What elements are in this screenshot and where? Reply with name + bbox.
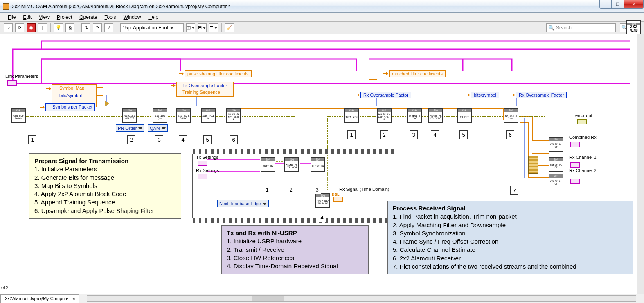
subvi-const-plot-2[interactable]: SDRCONST PLOT xyxy=(549,157,563,172)
retain-button[interactable]: ⎘ xyxy=(65,23,74,32)
toolbar-sep xyxy=(50,23,51,32)
enum-qam[interactable]: QAM xyxy=(148,124,168,132)
toolbar: ▷ ⟳ ◉ ‖ 💡 ⎘ ↴ ↷ ↗ 15pt Application Font … xyxy=(0,22,644,34)
unbundle-tx-over[interactable]: Tx Oversample Factor Training Sequence xyxy=(176,82,234,97)
subvi-qam-mod[interactable]: SDR0101101 QAM xyxy=(153,108,167,123)
close-button[interactable]: ✕ xyxy=(624,0,644,9)
label-bits-symbol: bits/symbol xyxy=(59,93,82,98)
step-box-tx-5: 5 xyxy=(203,135,212,144)
label-rx-signal: Rx Signal (Time Domain) xyxy=(339,187,389,192)
font-selector[interactable]: 15pt Application Font xyxy=(120,23,184,32)
step-box-tx-3: 3 xyxy=(155,135,163,144)
subvi-galois[interactable]: SDR0101101 GALOIS xyxy=(122,108,137,123)
toolbar-sep xyxy=(221,23,222,32)
subvi-const-plot-1[interactable]: SDRCONST PLOT xyxy=(549,137,563,152)
legend-rx-item: 4. Frame Sync / Freq Offset Correction xyxy=(393,237,628,246)
run-button[interactable]: ▷ xyxy=(4,23,13,32)
step-box-rx-5: 5 xyxy=(459,130,468,139)
menu-view[interactable]: View xyxy=(36,14,53,21)
legend-rx: Process Received Signal 1. Find Packet i… xyxy=(387,201,633,274)
scrollbar-thumb[interactable] xyxy=(252,296,284,301)
subvi-add-train[interactable]: SDRADD TRAIN xyxy=(201,108,216,123)
subvi-pulse-shape[interactable]: SDRPULSE SHAPE SCALE xyxy=(226,108,241,123)
legend-rx-title: Process Received Signal xyxy=(393,204,628,213)
distribute-button[interactable]: ⊞ xyxy=(198,23,207,32)
label-rx-over-2: Rx Oversample Factor xyxy=(516,92,567,98)
subvi-tx-alamouti[interactable]: SDR2x2 TX LOUMAT xyxy=(176,108,191,123)
subvi-close-hw[interactable]: SDRCLOSE HW xyxy=(311,157,325,172)
subvi-pulse-shape-rx[interactable]: SDRPULSE SHAPE SCALE xyxy=(377,108,392,123)
step-into-button[interactable]: ↴ xyxy=(81,23,90,32)
legend-hw-item: 3. Close HW References xyxy=(227,254,363,262)
legend-hw: Tx and Rx with NI-USRP 1. Initialize USR… xyxy=(221,225,369,274)
legend-tx-item: 1. Initialize Parameters xyxy=(34,165,176,173)
terminal-error-out[interactable] xyxy=(577,119,587,124)
arrow-icon xyxy=(465,93,469,97)
abort-button[interactable]: ◉ xyxy=(27,23,36,32)
terminal-rx-ch2[interactable] xyxy=(570,179,580,184)
menu-operate[interactable]: Operate xyxy=(76,14,100,21)
terminal-rx-signal[interactable] xyxy=(333,197,343,202)
step-out-button[interactable]: ↗ xyxy=(104,23,113,32)
reorder-button[interactable]: ≣ xyxy=(209,23,218,32)
block-diagram-canvas[interactable]: Link Parameters Symbol Map bits/symbol S… xyxy=(0,34,644,294)
subvi-rx-alamouti[interactable]: SDRRX 2x2 Alam. xyxy=(504,108,518,123)
subvi-gen-mod-param[interactable]: SDRGEN MOD PARAM xyxy=(11,108,26,123)
menu-file[interactable]: File xyxy=(5,14,19,21)
font-label: 15pt Application Font xyxy=(122,25,168,31)
project-tab-label: 2x2Alamouti.lvproj/My Computer xyxy=(5,296,70,301)
cleanup-button[interactable]: 🧹 xyxy=(225,23,234,32)
terminal-tx-settings[interactable] xyxy=(198,161,207,166)
vi-icon[interactable]: SDR 2X2 MIMO xyxy=(626,20,641,35)
highlight-button[interactable]: 💡 xyxy=(54,23,63,32)
horizontal-scrollbar[interactable] xyxy=(87,295,636,302)
subvi-const-plot-3[interactable]: SDRCONST PLOT xyxy=(549,174,563,188)
search-input[interactable]: 🔍 Search xyxy=(546,23,616,32)
enum-timebase[interactable]: Next Timebase Edge xyxy=(217,200,269,207)
menu-window[interactable]: Window xyxy=(120,14,144,21)
step-box-hw-3: 3 xyxy=(313,185,321,194)
multiply-node[interactable] xyxy=(105,101,109,106)
step-box-rx-7: 7 xyxy=(510,186,518,195)
legend-tx: Prepare Signal for Transmission 1. Initi… xyxy=(29,153,181,219)
subvi-ch-est[interactable]: SDRCH EST xyxy=(457,108,472,123)
subvi-trim-wfm[interactable]: SDRTRIM WFM xyxy=(344,108,359,123)
label-train-seq: Training Sequence xyxy=(182,90,220,95)
menu-tools[interactable]: Tools xyxy=(101,14,119,21)
subvi-prep-plot[interactable]: SDRPREP RE/IM PLOT xyxy=(315,193,330,208)
subvi-frame-sync[interactable]: SDRFRAME FREQ SYNC xyxy=(428,108,443,123)
terminal-link-parameters[interactable] xyxy=(7,80,17,86)
enum-pn-order[interactable]: PN Order xyxy=(116,124,144,132)
step-box-tx-4: 4 xyxy=(179,135,187,144)
app-window: 2x2 MIMO QAM Alamouti [2x2QAMAlamouti.vi… xyxy=(0,0,644,303)
minimize-button[interactable]: — xyxy=(599,0,612,9)
arrow-icon xyxy=(179,72,183,76)
label-dbl: DBL xyxy=(332,192,340,197)
subvi-async-xcvr[interactable]: SDRASYNC MULTI XCVR xyxy=(284,157,299,172)
step-box-hw-2: 2 xyxy=(287,185,295,194)
arrow-icon xyxy=(171,84,175,88)
project-tab[interactable]: 2x2Alamouti.lvproj/My Computer ◂ xyxy=(0,294,79,303)
subvi-init-hw[interactable]: SDRINIT HW xyxy=(261,157,275,172)
vertical-scrollbar[interactable] xyxy=(637,34,644,294)
unbundle-symbols-pkt[interactable]: Symbols per Packet xyxy=(45,103,95,111)
terminal-rx-settings[interactable] xyxy=(198,174,207,179)
pause-button[interactable]: ‖ xyxy=(38,23,47,32)
step-over-button[interactable]: ↷ xyxy=(93,23,102,32)
menu-help[interactable]: Help xyxy=(145,14,162,21)
menu-edit[interactable]: Edit xyxy=(20,14,35,21)
terminal-combined-rx[interactable] xyxy=(570,142,580,147)
label-bits-symbol-2: bits/symbol xyxy=(471,92,499,98)
label-tx-over: Tx Oversample Factor xyxy=(182,83,227,88)
run-cont-button[interactable]: ⟳ xyxy=(15,23,24,32)
align-button[interactable]: ◫ xyxy=(186,23,195,32)
maximize-button[interactable]: ☐ xyxy=(612,0,624,9)
bundle-node[interactable] xyxy=(528,156,538,174)
subvi-symbol-sync[interactable]: SDRSYMBOL SYNC xyxy=(407,108,422,123)
legend-tx-item: 3. Map Bits to Symbols xyxy=(34,182,176,190)
menu-project[interactable]: Project xyxy=(54,14,75,21)
dropdown-icon xyxy=(263,203,267,205)
legend-tx-item: 5. Append Training Sequence xyxy=(34,198,176,206)
legend-hw-item: 4. Display Time-Domain Received Signal xyxy=(227,262,363,270)
terminal-rx-ch1[interactable] xyxy=(570,162,580,168)
